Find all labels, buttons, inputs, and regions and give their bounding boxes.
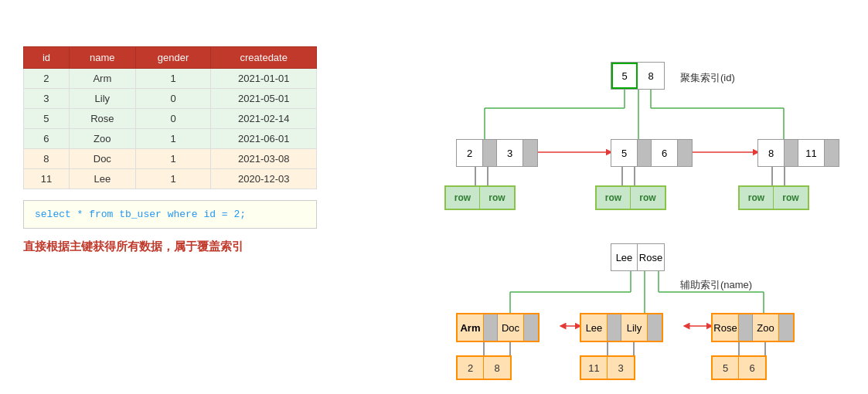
right-panel: 聚集索引(id) 5 8 2 3 5 6 8 11 row row row ro… bbox=[356, 15, 866, 394]
left-panel: id name gender createdate 2 Arm 1 2021-0… bbox=[23, 46, 317, 254]
aux-left-gray1 bbox=[484, 314, 498, 341]
col-header-gender: gender bbox=[135, 47, 211, 69]
l1-left-node: 2 3 bbox=[456, 139, 538, 167]
l1-right-cell-11: 11 bbox=[798, 140, 825, 166]
aux-mid-cell-lily: Lily bbox=[621, 314, 648, 341]
cell-gender: 1 bbox=[135, 169, 211, 189]
l1-mid-node: 5 6 bbox=[611, 139, 693, 167]
table-row: 3 Lily 0 2021-05-01 bbox=[24, 89, 317, 109]
col-header-createdate: createdate bbox=[211, 47, 317, 69]
aux-l1-left-node: Arm Doc bbox=[456, 313, 540, 342]
root-aux-cell-rose: Rose bbox=[638, 244, 664, 270]
leaf-mid-row2: row bbox=[631, 187, 665, 209]
cell-gender: 1 bbox=[135, 129, 211, 149]
table-row: 2 Arm 1 2021-01-01 bbox=[24, 69, 317, 89]
data-table: id name gender createdate 2 Arm 1 2021-0… bbox=[23, 46, 317, 189]
cell-name: Lee bbox=[69, 169, 135, 189]
l1-right-gray-2 bbox=[825, 140, 839, 166]
cell-id: 6 bbox=[24, 129, 70, 149]
root-cluster-node: 5 8 bbox=[611, 62, 665, 90]
aux-id-left-1: 2 bbox=[458, 357, 484, 379]
cell-id: 8 bbox=[24, 149, 70, 169]
table-row: 6 Zoo 1 2021-06-01 bbox=[24, 129, 317, 149]
l1-right-gray-1 bbox=[785, 140, 798, 166]
cell-gender: 1 bbox=[135, 149, 211, 169]
aux-id-right-2: 6 bbox=[739, 357, 765, 379]
leaf-left-row1: row bbox=[446, 187, 480, 209]
sql-text: select * from tb_user where id = 2; bbox=[35, 209, 246, 220]
l1-mid-cell-5: 5 bbox=[611, 140, 638, 166]
col-header-id: id bbox=[24, 47, 70, 69]
cell-gender: 0 bbox=[135, 109, 211, 129]
l1-left-cell-2: 2 bbox=[457, 140, 483, 166]
aux-right-gray1 bbox=[739, 314, 753, 341]
table-row: 11 Lee 1 2020-12-03 bbox=[24, 169, 317, 189]
cell-name: Zoo bbox=[69, 129, 135, 149]
cell-name: Lily bbox=[69, 89, 135, 109]
leaf-right-row2: row bbox=[774, 187, 808, 209]
aux-id-left-2: 8 bbox=[484, 357, 510, 379]
leaf-mid-row1: row bbox=[597, 187, 631, 209]
root-aux-node: Lee Rose bbox=[611, 243, 665, 271]
l1-mid-cell-6: 6 bbox=[652, 140, 678, 166]
l1-left-gray-2 bbox=[523, 140, 537, 166]
cell-name: Arm bbox=[69, 69, 135, 89]
cell-gender: 1 bbox=[135, 69, 211, 89]
leaf-mid-box: row row bbox=[595, 185, 666, 210]
l1-left-cell-3: 3 bbox=[497, 140, 523, 166]
leaf-left-row2: row bbox=[480, 187, 514, 209]
cell-createdate: 2021-03-08 bbox=[211, 149, 317, 169]
root-cell-8: 8 bbox=[638, 63, 664, 89]
cluster-label: 聚集索引(id) bbox=[680, 71, 735, 85]
aux-id-right-1: 5 bbox=[713, 357, 739, 379]
l1-mid-gray-1 bbox=[638, 140, 652, 166]
cell-id: 11 bbox=[24, 169, 70, 189]
cell-createdate: 2021-01-01 bbox=[211, 69, 317, 89]
table-row: 8 Doc 1 2021-03-08 bbox=[24, 149, 317, 169]
cell-name: Rose bbox=[69, 109, 135, 129]
sql-box: select * from tb_user where id = 2; bbox=[23, 200, 317, 229]
root-aux-cell-lee: Lee bbox=[611, 244, 638, 270]
l1-right-node: 8 11 bbox=[757, 139, 839, 167]
aux-mid-gray2 bbox=[648, 314, 662, 341]
aux-left-cell-doc: Doc bbox=[498, 314, 524, 341]
aux-id-left-box: 2 8 bbox=[456, 355, 512, 380]
leaf-right-box: row row bbox=[738, 185, 809, 210]
cell-id: 5 bbox=[24, 109, 70, 129]
aux-left-gray2 bbox=[524, 314, 538, 341]
aux-right-gray2 bbox=[779, 314, 793, 341]
aux-left-cell-arm: Arm bbox=[458, 314, 484, 341]
aux-id-right-box: 5 6 bbox=[711, 355, 767, 380]
root-cell-5: 5 bbox=[611, 63, 638, 89]
col-header-name: name bbox=[69, 47, 135, 69]
l1-mid-gray-2 bbox=[678, 140, 692, 166]
l1-right-cell-8: 8 bbox=[758, 140, 785, 166]
cell-createdate: 2021-02-14 bbox=[211, 109, 317, 129]
aux-l1-mid-node: Lee Lily bbox=[580, 313, 663, 342]
aux-mid-gray1 bbox=[608, 314, 621, 341]
cell-createdate: 2020-12-03 bbox=[211, 169, 317, 189]
description-text: 直接根据主键获得所有数据，属于覆盖索引 bbox=[23, 239, 317, 254]
l1-left-gray-1 bbox=[483, 140, 497, 166]
leaf-left-box: row row bbox=[444, 185, 516, 210]
cell-name: Doc bbox=[69, 149, 135, 169]
aux-l1-right-node: Rose Zoo bbox=[711, 313, 795, 342]
cell-id: 2 bbox=[24, 69, 70, 89]
cell-createdate: 2021-06-01 bbox=[211, 129, 317, 149]
cell-createdate: 2021-05-01 bbox=[211, 89, 317, 109]
aux-id-mid-box: 11 3 bbox=[580, 355, 635, 380]
cell-id: 3 bbox=[24, 89, 70, 109]
aux-id-mid-1: 11 bbox=[581, 357, 608, 379]
table-row: 5 Rose 0 2021-02-14 bbox=[24, 109, 317, 129]
aux-label: 辅助索引(name) bbox=[680, 278, 752, 292]
aux-mid-cell-lee: Lee bbox=[581, 314, 608, 341]
leaf-right-row1: row bbox=[740, 187, 774, 209]
cell-gender: 0 bbox=[135, 89, 211, 109]
aux-id-mid-2: 3 bbox=[608, 357, 634, 379]
aux-right-cell-rose: Rose bbox=[713, 314, 739, 341]
aux-right-cell-zoo: Zoo bbox=[753, 314, 779, 341]
